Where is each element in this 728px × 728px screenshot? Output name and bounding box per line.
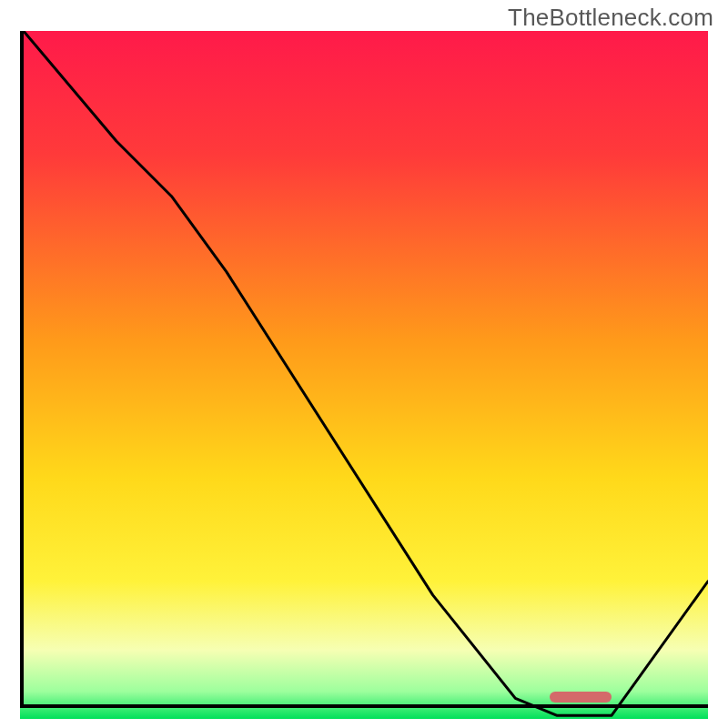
plot-area: [20, 31, 708, 708]
optimal-range-marker: [550, 692, 612, 703]
axis-x: [20, 704, 708, 708]
chart-container: TheBottleneck.com: [0, 0, 728, 728]
watermark-text: TheBottleneck.com: [508, 4, 713, 32]
axis-y: [20, 31, 24, 708]
bottleneck-curve: [20, 31, 708, 719]
